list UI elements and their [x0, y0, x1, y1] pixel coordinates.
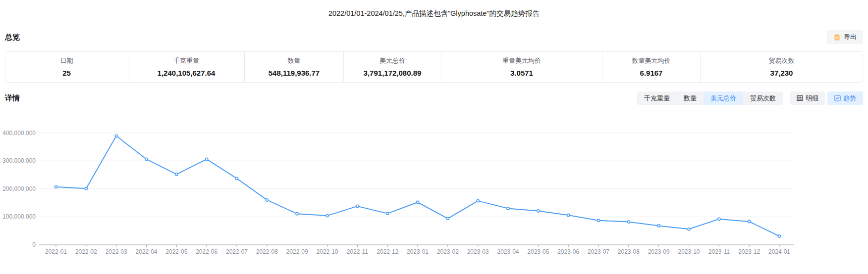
stat-value: 1,240,105,627.64: [128, 69, 244, 77]
view-tab-trend-label: 趋势: [843, 94, 856, 103]
svg-text:2023-01: 2023-01: [407, 248, 429, 255]
overview-header-row: 总览 导出: [0, 30, 868, 44]
svg-text:2023-12: 2023-12: [738, 248, 760, 255]
view-tab-group: 明细 趋势: [790, 91, 863, 105]
svg-text:2023-02: 2023-02: [437, 248, 459, 255]
trade-trend-report-page: 2022/01/01-2024/01/25,产品描述包含"Glyphosate"…: [0, 0, 868, 274]
svg-text:300,000,000: 300,000,000: [2, 157, 36, 164]
svg-text:2022-11: 2022-11: [347, 248, 368, 255]
metric-tab-group: 千克重量 数量 美元总价 贸易次数: [637, 91, 783, 105]
svg-text:2022-06: 2022-06: [196, 248, 217, 255]
svg-text:2022-09: 2022-09: [286, 248, 308, 255]
stat-quantity: 数量 548,119,936.77: [244, 52, 343, 82]
svg-text:2022-08: 2022-08: [256, 248, 278, 255]
svg-text:2022-10: 2022-10: [316, 248, 338, 255]
metric-tab-usd-total[interactable]: 美元总价: [704, 91, 743, 105]
metric-tab-trade-count[interactable]: 贸易次数: [743, 91, 783, 105]
details-section-title: 详情: [5, 93, 20, 103]
stat-usd-avg-by-weight: 重量美元均价 3.0571: [441, 52, 602, 82]
svg-text:2023-03: 2023-03: [467, 248, 489, 255]
overview-stats-card: 日期 25 千克重量 1,240,105,627.64 数量 548,119,9…: [5, 51, 863, 83]
stat-label: 贸易次数: [701, 56, 863, 65]
stat-label: 数量: [245, 56, 343, 65]
svg-text:2022-01: 2022-01: [45, 248, 67, 255]
svg-text:2023-08: 2023-08: [618, 248, 640, 255]
svg-text:2023-09: 2023-09: [648, 248, 670, 255]
stat-kg-weight: 千克重量 1,240,105,627.64: [128, 52, 244, 82]
metric-tab-quantity[interactable]: 数量: [677, 91, 704, 105]
svg-text:2022-12: 2022-12: [377, 248, 398, 255]
details-controls: 千克重量 数量 美元总价 贸易次数 明细: [637, 91, 863, 105]
export-document-icon: [833, 34, 841, 41]
stat-label: 数量美元均价: [602, 56, 700, 65]
stat-value: 37,230: [701, 69, 863, 77]
svg-text:2022-02: 2022-02: [75, 248, 97, 255]
stat-value: 6.9167: [602, 69, 700, 77]
stat-label: 美元总价: [344, 56, 441, 65]
stat-usd-avg-by-quantity: 数量美元均价 6.9167: [602, 52, 700, 82]
svg-text:100,000,000: 100,000,000: [2, 213, 36, 220]
export-button-label: 导出: [844, 33, 857, 42]
svg-text:2023-11: 2023-11: [708, 248, 730, 255]
svg-text:2022-03: 2022-03: [106, 248, 127, 255]
stat-label: 重量美元均价: [441, 56, 602, 65]
stat-date: 日期 25: [5, 52, 128, 82]
svg-text:2022-05: 2022-05: [165, 248, 187, 255]
svg-text:2022-07: 2022-07: [226, 248, 248, 255]
metric-tab-kg-weight[interactable]: 千克重量: [637, 91, 677, 105]
stat-value: 25: [5, 69, 128, 77]
trend-line-chart[interactable]: 0100,000,000200,000,000300,000,000400,00…: [0, 111, 868, 269]
stat-usd-total: 美元总价 3,791,172,080.89: [343, 52, 441, 82]
svg-text:2024-01: 2024-01: [768, 248, 790, 255]
page-title: 2022/01/01-2024/01/25,产品描述包含"Glyphosate"…: [0, 0, 868, 18]
svg-text:0: 0: [32, 241, 36, 248]
svg-text:2023-04: 2023-04: [497, 248, 519, 255]
overview-section-title: 总览: [5, 33, 20, 42]
stat-label: 千克重量: [128, 56, 244, 65]
trend-icon: [834, 95, 841, 101]
stat-value: 548,119,936.77: [245, 69, 343, 77]
svg-text:2023-10: 2023-10: [678, 248, 700, 255]
svg-text:400,000,000: 400,000,000: [2, 130, 36, 137]
svg-text:2023-05: 2023-05: [527, 248, 549, 255]
view-tab-trend[interactable]: 趋势: [827, 91, 863, 105]
details-header-row: 详情 千克重量 数量 美元总价 贸易次数 明细: [0, 91, 868, 105]
stat-value: 3.0571: [441, 69, 602, 77]
export-button[interactable]: 导出: [827, 30, 863, 44]
view-tab-detail-label: 明细: [806, 94, 818, 103]
svg-text:200,000,000: 200,000,000: [2, 185, 36, 192]
svg-text:2023-07: 2023-07: [588, 248, 609, 255]
table-icon: [797, 95, 803, 101]
svg-text:2022-04: 2022-04: [135, 248, 157, 255]
stat-trade-count: 贸易次数 37,230: [700, 52, 863, 82]
stat-label: 日期: [5, 56, 128, 65]
stat-value: 3,791,172,080.89: [344, 69, 441, 77]
view-tab-detail[interactable]: 明细: [790, 91, 825, 105]
svg-text:2023-06: 2023-06: [557, 248, 579, 255]
